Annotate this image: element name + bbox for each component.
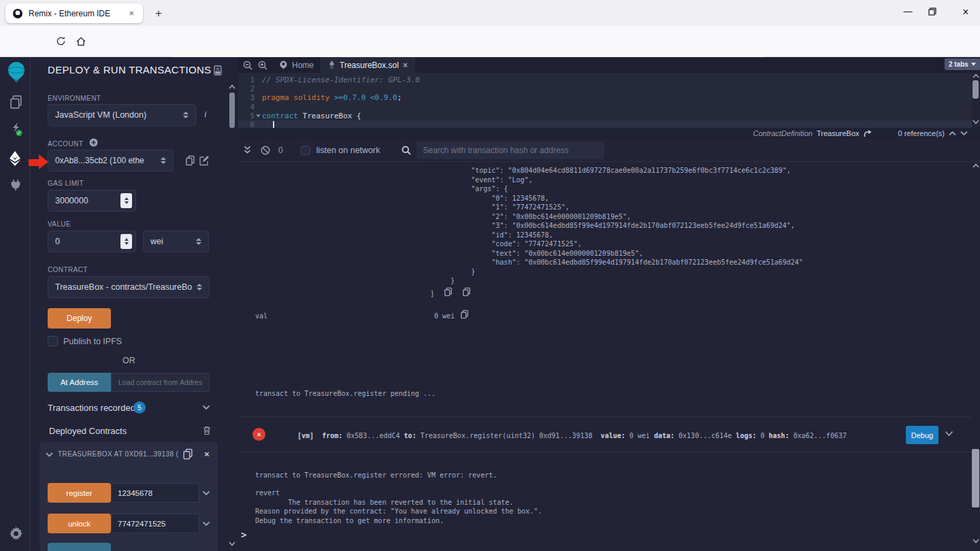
zoom-out-icon[interactable] [238,57,256,73]
select-caret-icon [183,112,189,118]
window-close-button[interactable]: × [958,6,974,18]
log-json-line: "code": "77472471525", [430,239,582,249]
number-stepper[interactable] [120,193,132,208]
tab-treasurebox-sol[interactable]: TreasureBox.sol × [321,57,415,73]
file-explorer-icon[interactable] [9,95,23,109]
register-function-button[interactable]: register [48,483,111,503]
transactions-recorded-label: Transactions recorded [48,403,135,413]
transactions-chevron-icon[interactable] [202,405,210,410]
tab-home[interactable]: Home [272,57,321,73]
select-caret-icon [196,238,201,245]
terminal-prompt[interactable]: > [241,531,246,540]
go-to-definition-icon[interactable] [864,130,872,137]
log-json-line: "text": "0x00bc614e0000001209b819e5", [430,249,643,258]
zoom-in-icon[interactable] [256,57,272,73]
panel-scroll-up-icon[interactable] [229,84,235,89]
register-arg-input[interactable] [111,483,199,503]
revert-line: Debug the transaction to get more inform… [255,516,444,526]
unlock-expand-caret-icon[interactable] [202,521,210,527]
deploy-button[interactable]: Deploy [48,308,111,329]
log-json-line: "event": "Log", [430,176,533,185]
remove-contract-icon[interactable]: × [204,449,210,459]
copy-account-icon[interactable] [185,155,195,166]
code-line-1: // SPDX-License-Identifier: GPL-3.0 [262,76,420,84]
unlock-arg-input[interactable] [111,514,199,533]
solidity-file-icon [328,61,336,69]
copy-log-icon[interactable] [462,287,471,297]
environment-select[interactable]: JavaScript VM (London) [48,104,196,126]
contract-select[interactable]: TreasureBox - contracts/TreasureBo [48,276,210,298]
view-function-button-partial[interactable] [48,543,111,551]
unlock-function-button[interactable]: unlock [48,514,111,533]
copy-value-icon[interactable] [460,310,469,319]
log-json-line: "0": 12345678, [430,194,549,203]
debug-button[interactable]: Debug [906,426,938,444]
settings-gear-icon[interactable] [9,527,23,541]
copy-log-icon[interactable] [444,287,453,297]
contract-expand-caret-icon[interactable] [46,452,53,457]
clear-contracts-trash-icon[interactable] [202,425,212,435]
editor-scroll-down-icon[interactable] [973,120,979,124]
expand-transaction-caret-icon[interactable] [945,431,953,437]
browser-tab[interactable]: Remix - Ethereum IDE × [5,3,143,23]
add-account-icon[interactable] [89,138,98,147]
panel-scroll-down-icon[interactable] [229,541,235,546]
panel-scrollbar-thumb[interactable] [229,93,235,128]
fold-caret-icon[interactable] [256,114,261,118]
tabs-count-button[interactable]: 2 tabs [945,59,980,70]
deploy-run-icon[interactable] [7,150,23,167]
references-count: 0 reference(s) [898,129,945,137]
reload-button[interactable] [56,36,72,46]
tab-close-icon[interactable]: × [403,61,408,70]
select-caret-icon [161,157,166,164]
prev-reference-icon[interactable] [949,131,956,136]
errored-log-line: transact to TreasureBox.register errored… [255,471,497,480]
expand-terminal-icon[interactable] [244,146,251,154]
transaction-error-icon: ✕ [252,428,265,441]
remix-favicon [12,8,23,19]
log-json-line: } [430,276,455,286]
number-stepper[interactable] [120,234,132,249]
search-icon [402,146,411,155]
listen-network-checkbox[interactable] [301,146,310,155]
home-button[interactable] [76,36,92,47]
next-reference-icon[interactable] [960,131,968,136]
solidity-compiler-icon[interactable]: ✓ [9,122,22,137]
at-address-button[interactable]: At Address [48,373,111,392]
terminal-search-input[interactable] [416,141,604,159]
copy-contract-icon[interactable] [182,448,193,460]
tab-close-icon[interactable]: × [127,8,136,18]
terminal-scroll-down-icon[interactable] [973,539,979,544]
log-json-line: } [430,267,475,277]
window-minimize-button[interactable]: — [900,6,916,16]
editor-scroll-up-icon[interactable] [973,73,979,78]
or-label: OR [122,356,135,365]
val-label: val [255,312,267,321]
value-input[interactable] [48,231,136,252]
clear-console-icon[interactable] [261,146,270,155]
gas-limit-input[interactable] [48,190,136,212]
plugin-manager-icon[interactable] [9,178,22,191]
pending-count: 0 [278,146,283,155]
publish-ipfs-checkbox[interactable] [48,336,58,346]
account-select[interactable]: 0xAb8...35cb2 (100 ethe [48,150,174,171]
code-line-5: contract TreasureBox { [262,112,361,120]
editor-scrollbar-thumb[interactable] [973,80,979,99]
code-editor[interactable]: 1// SPDX-License-Identifier: GPL-3.0 2 3… [238,73,972,128]
terminal-scroll-up-icon[interactable] [973,163,979,168]
select-caret-icon [197,284,202,290]
log-json-line: "hash": "0x00bc614edbd85f99e4d197914fde2… [430,258,803,267]
publish-ipfs-label: Publish to IPFS [63,337,122,346]
transactions-count-badge: 5 [133,401,146,414]
new-tab-button[interactable]: + [151,5,166,22]
documentation-icon[interactable] [213,65,223,76]
at-address-input[interactable] [111,373,210,392]
transaction-row[interactable]: ✕ [vm] from: 0x5B3...eddC4 to: TreasureB… [238,416,972,452]
window-restore-button[interactable] [928,7,945,16]
terminal-scrollbar-thumb[interactable] [972,449,979,507]
edit-account-icon[interactable] [199,155,210,166]
register-expand-caret-icon[interactable] [202,490,210,496]
environment-info-icon[interactable]: i [204,109,207,120]
log-json-line: "id": 12345678, [430,231,553,240]
value-unit-select[interactable]: wei [143,231,209,252]
